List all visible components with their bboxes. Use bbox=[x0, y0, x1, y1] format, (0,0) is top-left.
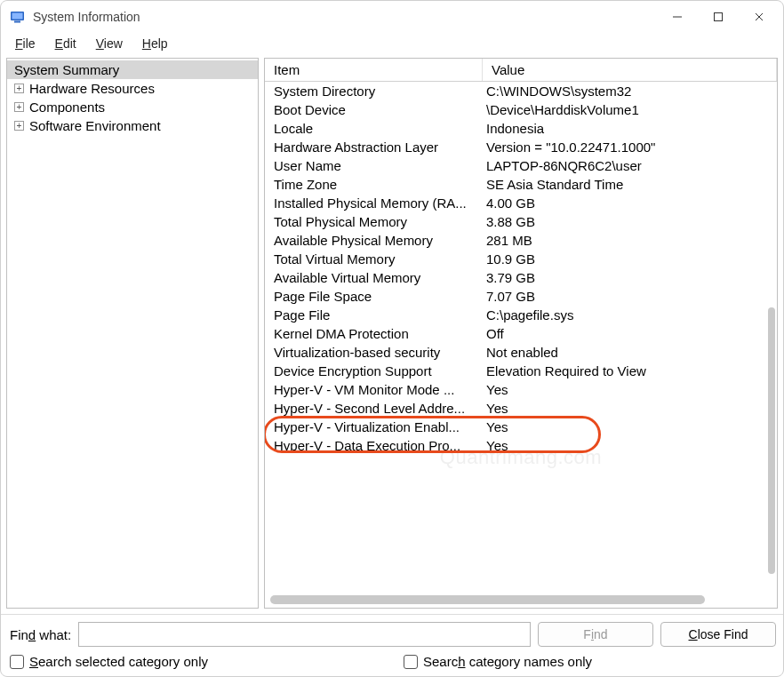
menu-file[interactable]: File bbox=[6, 35, 44, 52]
table-row[interactable]: User NameLAPTOP-86NQR6C2\user bbox=[265, 156, 777, 175]
cell-item: Page File bbox=[265, 307, 483, 323]
cell-item: Available Physical Memory bbox=[265, 233, 483, 248]
menu-help[interactable]: Help bbox=[133, 35, 177, 52]
cell-item: Time Zone bbox=[265, 177, 483, 192]
table-row[interactable]: Available Virtual Memory3.79 GB bbox=[265, 268, 777, 287]
search-category-names-checkbox[interactable]: Search category names only bbox=[404, 654, 592, 669]
cell-item: Hyper-V - Second Level Addre... bbox=[265, 401, 483, 416]
cell-value: Yes bbox=[483, 401, 777, 416]
search-bar: Find what: Find Close Find Search select… bbox=[1, 614, 783, 676]
cell-item: Boot Device bbox=[265, 102, 483, 117]
table-row[interactable]: Virtualization-based securityNot enabled bbox=[265, 343, 777, 362]
cell-value: C:\WINDOWS\system32 bbox=[483, 84, 777, 99]
search-selected-category-checkbox[interactable]: Search selected category only bbox=[10, 654, 208, 669]
cell-item: Hyper-V - Data Execution Pro... bbox=[265, 438, 483, 453]
cell-value: 3.88 GB bbox=[483, 214, 777, 229]
tree-item-software-environment[interactable]: + Software Environment bbox=[7, 116, 258, 135]
close-find-button[interactable]: Close Find bbox=[660, 622, 776, 647]
table-row[interactable]: Installed Physical Memory (RA...4.00 GB bbox=[265, 194, 777, 212]
table-row[interactable]: Kernel DMA ProtectionOff bbox=[265, 324, 777, 343]
cell-item: Page File Space bbox=[265, 289, 483, 304]
cell-value: Off bbox=[483, 326, 777, 341]
find-label: Find what: bbox=[8, 627, 71, 642]
table-row[interactable]: Available Physical Memory281 MB bbox=[265, 231, 777, 250]
maximize-button[interactable] bbox=[698, 3, 739, 31]
cell-value: Yes bbox=[483, 438, 777, 453]
checkbox-icon bbox=[10, 655, 24, 669]
expand-icon[interactable]: + bbox=[14, 121, 24, 131]
cell-value: Yes bbox=[483, 382, 777, 397]
cell-value: Elevation Required to View bbox=[483, 363, 777, 378]
cell-value: Yes bbox=[483, 419, 777, 434]
tree-item-label: Software Environment bbox=[29, 118, 161, 133]
table-row[interactable]: Page File Space7.07 GB bbox=[265, 287, 777, 306]
cell-item: Available Virtual Memory bbox=[265, 270, 483, 285]
cell-item: Locale bbox=[265, 121, 483, 136]
cell-value: SE Asia Standard Time bbox=[483, 177, 777, 192]
expand-icon[interactable]: + bbox=[14, 84, 24, 93]
minimize-button[interactable] bbox=[657, 3, 698, 31]
main-area: System Summary + Hardware Resources + Co… bbox=[1, 58, 783, 614]
checkbox-icon bbox=[404, 655, 418, 669]
horizontal-scrollbar[interactable] bbox=[270, 595, 764, 606]
cell-value: LAPTOP-86NQR6C2\user bbox=[483, 158, 777, 173]
details-pane: Item Value Quantrimang.com System Direct… bbox=[264, 58, 778, 609]
search-input[interactable] bbox=[78, 622, 531, 647]
table-row[interactable]: LocaleIndonesia bbox=[265, 119, 777, 138]
cell-value: 3.79 GB bbox=[483, 270, 777, 285]
expand-icon[interactable]: + bbox=[14, 102, 24, 112]
window-title: System Information bbox=[33, 10, 140, 24]
cell-item: Installed Physical Memory (RA... bbox=[265, 195, 483, 211]
cell-value: 10.9 GB bbox=[483, 251, 777, 267]
menubar: File Edit View Help bbox=[1, 33, 783, 58]
cell-item: Device Encryption Support bbox=[265, 363, 483, 378]
tree-item-label: Components bbox=[29, 100, 105, 115]
cell-item: Total Virtual Memory bbox=[265, 251, 483, 267]
grid-body[interactable]: Quantrimang.com System DirectoryC:\WINDO… bbox=[265, 82, 777, 608]
table-row[interactable]: System DirectoryC:\WINDOWS\system32 bbox=[265, 82, 777, 100]
table-row[interactable]: Hyper-V - Virtualization Enabl...Yes bbox=[265, 418, 777, 436]
table-row[interactable]: Hardware Abstraction LayerVersion = "10.… bbox=[265, 138, 777, 156]
tree-item-components[interactable]: + Components bbox=[7, 98, 258, 116]
menu-view[interactable]: View bbox=[87, 35, 132, 52]
table-row[interactable]: Time ZoneSE Asia Standard Time bbox=[265, 175, 777, 194]
cell-item: Hardware Abstraction Layer bbox=[265, 139, 483, 155]
cell-item: Hyper-V - VM Monitor Mode ... bbox=[265, 382, 483, 397]
app-icon bbox=[10, 9, 26, 25]
close-button[interactable] bbox=[739, 3, 780, 31]
find-button[interactable]: Find bbox=[538, 622, 653, 647]
table-row[interactable]: Hyper-V - Second Level Addre...Yes bbox=[265, 399, 777, 418]
cell-item: Virtualization-based security bbox=[265, 345, 483, 360]
titlebar: System Information bbox=[1, 1, 783, 33]
column-header-value[interactable]: Value bbox=[483, 59, 777, 81]
cell-item: System Directory bbox=[265, 84, 483, 99]
tree-root-system-summary[interactable]: System Summary bbox=[7, 60, 258, 79]
table-row[interactable]: Total Physical Memory3.88 GB bbox=[265, 212, 777, 231]
cell-value: \Device\HarddiskVolume1 bbox=[483, 102, 777, 117]
cell-value: Version = "10.0.22471.1000" bbox=[483, 139, 777, 155]
table-row[interactable]: Device Encryption SupportElevation Requi… bbox=[265, 362, 777, 380]
vertical-scrollbar[interactable] bbox=[768, 307, 775, 574]
cell-value: 7.07 GB bbox=[483, 289, 777, 304]
menu-edit[interactable]: Edit bbox=[46, 35, 85, 52]
category-tree[interactable]: System Summary + Hardware Resources + Co… bbox=[6, 58, 259, 609]
table-row[interactable]: Boot Device\Device\HarddiskVolume1 bbox=[265, 100, 777, 119]
cell-item: User Name bbox=[265, 158, 483, 173]
cell-value: Indonesia bbox=[483, 121, 777, 136]
tree-item-label: Hardware Resources bbox=[29, 81, 155, 96]
grid-header: Item Value bbox=[265, 59, 777, 82]
cell-value: 281 MB bbox=[483, 233, 777, 248]
tree-item-hardware-resources[interactable]: + Hardware Resources bbox=[7, 79, 258, 98]
cell-value: C:\pagefile.sys bbox=[483, 307, 777, 323]
checkbox-label: Search category names only bbox=[423, 654, 592, 669]
cell-value: 4.00 GB bbox=[483, 195, 777, 211]
table-row[interactable]: Hyper-V - Data Execution Pro...Yes bbox=[265, 436, 777, 455]
table-row[interactable]: Hyper-V - VM Monitor Mode ...Yes bbox=[265, 380, 777, 399]
svg-rect-2 bbox=[14, 21, 20, 23]
cell-value: Not enabled bbox=[483, 345, 777, 360]
svg-rect-4 bbox=[715, 13, 723, 21]
table-row[interactable]: Page FileC:\pagefile.sys bbox=[265, 306, 777, 324]
cell-item: Kernel DMA Protection bbox=[265, 326, 483, 341]
column-header-item[interactable]: Item bbox=[265, 59, 483, 81]
table-row[interactable]: Total Virtual Memory10.9 GB bbox=[265, 250, 777, 268]
